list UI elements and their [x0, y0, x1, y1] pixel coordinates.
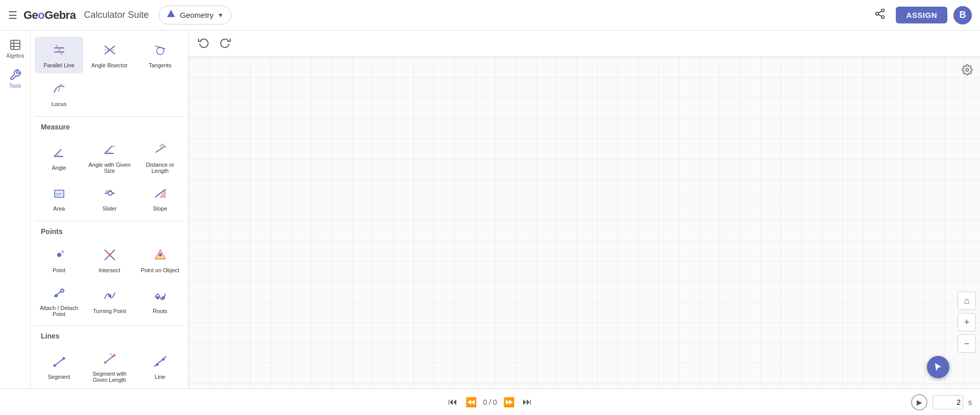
roots-icon — [153, 289, 167, 305]
tool-angle-given-size-label: Angle with Given Size — [87, 162, 132, 174]
measure-tools-grid: α Angle α Angle with Given Size — [35, 137, 184, 217]
tool-intersect[interactable]: Intersect — [85, 242, 134, 278]
tool-point[interactable]: A Point — [35, 242, 83, 278]
tool-distance-or-length[interactable]: cm Distance or Length — [136, 137, 184, 178]
lines-tools-grid: Segment Segment with Given Length — [35, 346, 184, 387]
svg-point-36 — [57, 253, 61, 257]
tool-angle-bisector[interactable]: Angle Bisector — [85, 37, 134, 73]
svg-text:a=2: a=2 — [106, 189, 112, 193]
sidebar-tools-label: Tools — [9, 83, 21, 89]
fast-back-button[interactable]: ⏪ — [463, 395, 479, 410]
suite-name: Calculator Suite — [84, 10, 149, 20]
segment-icon — [52, 354, 66, 371]
svg-point-54 — [113, 354, 115, 357]
canvas-area: ⌂ + − — [189, 31, 980, 388]
tool-slope[interactable]: Slope — [136, 180, 184, 217]
tool-slider-label: Slider — [102, 205, 116, 212]
svg-line-5 — [878, 11, 881, 13]
distance-icon: cm — [153, 142, 167, 159]
svg-text:A: A — [61, 249, 64, 254]
tool-turning-point[interactable]: Turning Point — [85, 280, 134, 321]
tool-area[interactable]: cm² Area — [35, 180, 83, 217]
skip-back-button[interactable]: ⏮ — [446, 395, 459, 409]
chevron-down-icon: ▼ — [217, 12, 224, 19]
main-layout: Algebra Tools Parallel Line — [0, 31, 980, 388]
tool-slope-label: Slope — [153, 205, 167, 212]
tool-angle-given-size[interactable]: α Angle with Given Size — [85, 137, 134, 178]
svg-line-17 — [155, 46, 165, 49]
tool-distance-label: Distance or Length — [138, 162, 182, 174]
tool-attach-detach[interactable]: Attach / Detach Point — [35, 280, 83, 321]
progress-display: 0 / 0 — [483, 398, 497, 406]
app-logo: GeoGebra — [23, 9, 76, 22]
tangents-icon — [153, 43, 167, 59]
speed-input[interactable] — [933, 395, 963, 409]
zoom-out-button[interactable]: − — [958, 334, 976, 353]
redo-button[interactable] — [216, 34, 234, 54]
home-button[interactable]: ⌂ — [958, 292, 976, 310]
tool-tangents[interactable]: Tangents — [136, 37, 184, 73]
tool-point-on-object[interactable]: Point on Object — [136, 242, 184, 278]
svg-rect-6 — [11, 40, 20, 49]
tool-parallel-line[interactable]: Parallel Line — [35, 37, 83, 73]
canvas-settings-button[interactable] — [959, 61, 976, 81]
svg-point-44 — [55, 294, 58, 297]
divider-points — [35, 221, 184, 221]
tool-locus-label: Locus — [52, 101, 66, 107]
svg-line-4 — [878, 14, 881, 16]
tool-tangents-label: Tangents — [149, 62, 172, 68]
svg-point-58 — [162, 358, 164, 361]
segment-given-length-icon — [103, 351, 117, 368]
sidebar-item-tools[interactable]: Tools — [0, 65, 30, 93]
zoom-controls: ⌂ + − — [958, 292, 976, 353]
canvas-grid[interactable]: ⌂ + − — [189, 57, 980, 388]
slope-icon — [153, 186, 167, 202]
menu-icon[interactable]: ☰ — [8, 9, 17, 21]
svg-point-2 — [876, 12, 879, 15]
tool-attach-detach-label: Attach / Detach Point — [37, 305, 81, 317]
tool-point-label: Point — [53, 267, 65, 273]
fast-forward-button[interactable]: ⏩ — [501, 395, 517, 410]
skip-forward-button[interactable]: ⏭ — [521, 395, 534, 409]
divider-measure — [35, 116, 184, 117]
tool-roots[interactable]: Roots — [136, 280, 184, 321]
svg-point-45 — [61, 289, 64, 292]
undo-button[interactable] — [195, 34, 212, 54]
tool-turning-point-label: Turning Point — [93, 308, 126, 314]
tool-line-label: Line — [155, 374, 165, 380]
svg-marker-0 — [167, 10, 175, 17]
svg-point-1 — [881, 9, 885, 12]
play-button[interactable]: ▶ — [911, 394, 927, 410]
tool-segment-given-length[interactable]: Segment with Given Length — [85, 346, 134, 387]
point-icon: A — [52, 248, 66, 264]
svg-text:α: α — [109, 150, 111, 153]
tool-segment[interactable]: Segment — [35, 346, 83, 387]
svg-text:α: α — [59, 153, 61, 157]
share-icon[interactable] — [870, 4, 890, 26]
svg-line-56 — [154, 356, 166, 367]
sidebar-algebra-label: Algebra — [6, 53, 23, 59]
parallel-line-icon — [52, 43, 66, 59]
points-tools-grid: A Point Intersect — [35, 242, 184, 321]
tool-locus[interactable]: Locus — [35, 75, 83, 112]
tool-roots-label: Roots — [153, 308, 167, 314]
zoom-in-button[interactable]: + — [958, 313, 976, 331]
tool-segment-given-length-label: Segment with Given Length — [87, 371, 132, 383]
svg-point-42 — [159, 253, 162, 256]
svg-text:cm²: cm² — [56, 192, 62, 196]
tool-intersect-label: Intersect — [99, 267, 120, 273]
sidebar-item-algebra[interactable]: Algebra — [0, 35, 30, 63]
avatar[interactable]: B — [953, 6, 972, 24]
divider-lines — [35, 325, 184, 326]
cursor-tool-button[interactable] — [927, 356, 949, 378]
tool-angle[interactable]: α Angle — [35, 137, 83, 178]
app-selector[interactable]: Geometry ▼ — [159, 6, 231, 24]
tool-line[interactable]: Line — [136, 346, 184, 387]
tool-angle-bisector-label: Angle Bisector — [91, 62, 128, 68]
angle-given-size-icon: α — [103, 142, 117, 159]
tool-slider[interactable]: a=2 Slider — [85, 180, 134, 217]
assign-button[interactable]: ASSIGN — [896, 7, 947, 23]
topbar: ☰ GeoGebra Calculator Suite Geometry ▼ A… — [0, 0, 980, 31]
points-section-title: Points — [35, 223, 184, 240]
svg-point-46 — [108, 294, 111, 297]
